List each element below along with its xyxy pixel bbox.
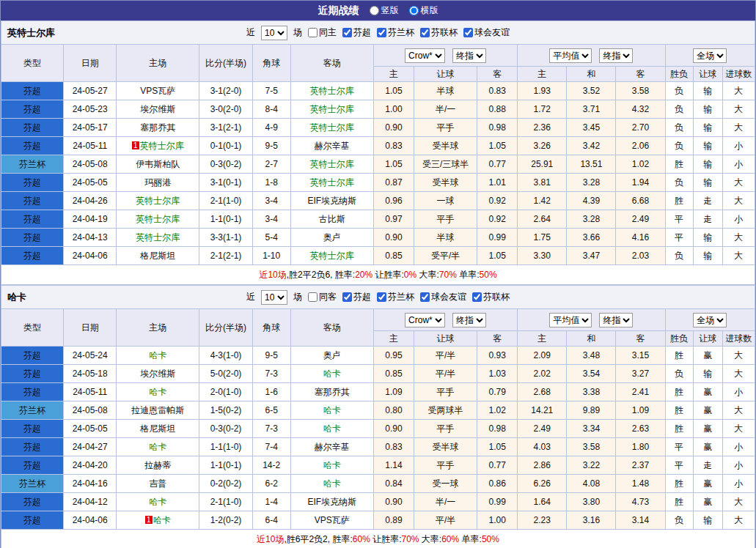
home-team-name[interactable]: 拉迪恩雷帕斯 (131, 405, 184, 415)
match-score[interactable]: 2-1(1-0) (199, 192, 252, 210)
home-team-name[interactable]: 玛丽港 (144, 177, 171, 188)
home-team-name[interactable]: 英特士尔库 (140, 141, 184, 151)
home-team-name[interactable]: 英特士尔库 (136, 196, 180, 206)
away-team-name[interactable]: 英特士尔库 (310, 251, 354, 261)
league-filter-0[interactable]: 芬超 (342, 291, 371, 303)
league-filter-1[interactable]: 芬兰杯 (377, 26, 414, 39)
home-team-name[interactable]: 埃尔维斯 (140, 104, 175, 114)
league-type-cell[interactable]: 芬超 (1, 365, 64, 383)
away-team-name[interactable]: 塞那乔其 (315, 387, 350, 397)
league-filter-3[interactable]: 球会友谊 (463, 26, 510, 39)
match-score[interactable]: 0-1(0-1) (199, 137, 252, 155)
away-team-name[interactable]: 英特士尔库 (310, 104, 354, 114)
home-team-name[interactable]: 塞那乔其 (140, 122, 175, 133)
home-team-name[interactable]: 埃尔维斯 (140, 369, 175, 379)
average-select[interactable]: 平均值 (549, 313, 592, 327)
league-checkbox[interactable] (377, 292, 386, 302)
home-team-name[interactable]: 吉普 (149, 478, 166, 489)
vertical-view-radio[interactable] (370, 6, 379, 15)
league-type-cell[interactable]: 芬超 (1, 347, 64, 365)
league-type-cell[interactable]: 芬超 (1, 493, 64, 511)
match-score[interactable]: 3-1(2-1) (199, 119, 252, 137)
home-team-name[interactable]: 哈卡 (149, 442, 166, 452)
league-type-cell[interactable]: 芬超 (1, 119, 64, 137)
away-team-name[interactable]: 奥卢 (323, 350, 341, 360)
match-score[interactable]: 0-2(0-2) (199, 475, 252, 493)
match-score[interactable]: 1-1(0-1) (199, 210, 252, 229)
league-checkbox[interactable] (342, 292, 352, 302)
league-checkbox[interactable] (472, 292, 482, 302)
bookmaker-select[interactable]: Crow* (405, 313, 445, 327)
league-checkbox[interactable] (420, 292, 430, 302)
league-type-cell[interactable]: 芬兰杯 (1, 155, 64, 174)
league-type-cell[interactable]: 芬超 (1, 137, 64, 155)
league-filter-2[interactable]: 球会友谊 (420, 291, 466, 303)
league-filter-1[interactable]: 芬兰杯 (377, 291, 414, 303)
home-team-name[interactable]: 英特士尔库 (136, 232, 180, 242)
away-team-name[interactable]: 英特士尔库 (310, 159, 354, 169)
average-stage-select[interactable]: 终指 (599, 313, 633, 327)
league-type-cell[interactable]: 芬超 (1, 420, 64, 438)
away-team-name[interactable]: 哈卡 (323, 423, 341, 434)
match-score[interactable]: 1-1(0-1) (199, 456, 252, 475)
home-team-name[interactable]: 哈卡 (149, 387, 166, 397)
away-team-name[interactable]: 奥卢 (323, 232, 341, 242)
home-team-name[interactable]: 哈卡 (149, 350, 166, 360)
away-team-name[interactable]: VPS瓦萨 (315, 515, 350, 525)
match-score[interactable]: 4-3(1-0) (199, 347, 252, 365)
league-type-cell[interactable]: 芬超 (1, 174, 64, 192)
home-team-name[interactable]: 哈卡 (153, 515, 171, 525)
away-team-name[interactable]: 哈卡 (323, 460, 341, 470)
home-team-name[interactable]: 拉赫蒂 (144, 460, 171, 470)
match-score[interactable]: 2-0(1-0) (199, 383, 252, 401)
bookmaker-select[interactable]: Crow* (405, 48, 445, 63)
league-type-cell[interactable]: 芬超 (1, 229, 64, 247)
match-score[interactable]: 0-3(0-2) (199, 155, 252, 174)
away-team-name[interactable]: 哈卡 (323, 405, 341, 415)
away-team-name[interactable]: 英特士尔库 (310, 177, 354, 188)
away-team-name[interactable]: 赫尔辛基 (315, 442, 350, 452)
scope-select[interactable]: 全场 (693, 313, 727, 327)
league-checkbox[interactable] (463, 28, 473, 37)
match-score[interactable]: 2-1(1-0) (199, 493, 252, 511)
match-score[interactable]: 2-1(2-1) (199, 247, 252, 265)
league-type-cell[interactable]: 芬超 (1, 456, 64, 475)
match-score[interactable]: 1-2(0-2) (199, 511, 252, 530)
league-filter-2[interactable]: 芬联杯 (420, 26, 458, 39)
match-count-select[interactable]: 10 (261, 26, 287, 40)
view-option-horizontal[interactable]: 横版 (409, 4, 438, 17)
match-score[interactable]: 0-3(0-2) (199, 420, 252, 438)
league-type-cell[interactable]: 芬超 (1, 511, 64, 530)
league-type-cell[interactable]: 芬超 (1, 82, 64, 100)
match-score[interactable]: 3-0(2-0) (199, 100, 252, 119)
league-type-cell[interactable]: 芬超 (1, 247, 64, 265)
home-team-name[interactable]: 哈卡 (149, 497, 166, 507)
away-team-name[interactable]: EIF埃克纳斯 (307, 196, 356, 206)
league-type-cell[interactable]: 芬超 (1, 192, 64, 210)
match-score[interactable]: 1-5(0-2) (199, 401, 252, 420)
away-team-name[interactable]: 英特士尔库 (310, 86, 354, 96)
away-team-name[interactable]: 哈卡 (323, 478, 341, 489)
away-team-name[interactable]: 英特士尔库 (310, 122, 354, 133)
league-filter-0[interactable]: 芬超 (342, 26, 371, 39)
home-team-name[interactable]: 格尼斯坦 (140, 423, 175, 434)
away-team-name[interactable]: 哈卡 (323, 369, 341, 379)
home-team-name[interactable]: 英特士尔库 (136, 214, 180, 224)
same-venue-checkbox[interactable] (308, 28, 318, 37)
horizontal-view-radio[interactable] (409, 6, 419, 15)
league-type-cell[interactable]: 芬超 (1, 100, 64, 119)
average-select[interactable]: 平均值 (549, 48, 592, 63)
match-score[interactable]: 3-1(0-1) (199, 174, 252, 192)
same-venue-checkbox[interactable] (308, 292, 318, 302)
scope-select[interactable]: 全场 (693, 48, 727, 63)
league-checkbox[interactable] (342, 28, 352, 37)
match-score[interactable]: 3-1(2-0) (199, 82, 252, 100)
league-type-cell[interactable]: 芬超 (1, 438, 64, 456)
league-type-cell[interactable]: 芬兰杯 (1, 401, 64, 420)
match-score[interactable]: 5-0(2-0) (199, 365, 252, 383)
home-team-name[interactable]: 格尼斯坦 (140, 251, 175, 261)
league-checkbox[interactable] (420, 28, 430, 37)
away-team-name[interactable]: 古比斯 (319, 214, 345, 224)
league-type-cell[interactable]: 芬兰杯 (1, 475, 64, 493)
same-venue-option[interactable]: 同客 (308, 291, 337, 303)
